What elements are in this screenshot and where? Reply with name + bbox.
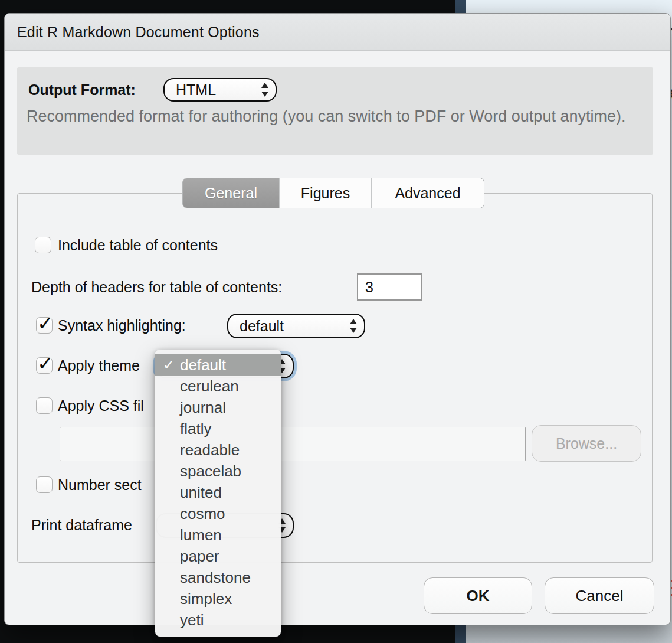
- number-sections-checkbox[interactable]: ✓: [36, 476, 53, 493]
- checkmark-icon: ✓: [37, 352, 54, 375]
- output-format-label: Output Format:: [28, 78, 136, 102]
- theme-menu-item-simplex[interactable]: simplex: [155, 588, 281, 609]
- theme-menu-item-label: paper: [180, 547, 219, 565]
- output-format-value: HTML: [176, 79, 216, 100]
- include-toc-checkbox[interactable]: ✓: [35, 237, 51, 253]
- syntax-highlighting-checkbox[interactable]: ✓: [36, 317, 53, 334]
- theme-menu-item-label: united: [180, 484, 222, 501]
- apply-css-checkbox[interactable]: ✓: [36, 397, 53, 414]
- theme-dropdown-menu: ✓defaultceruleanjournalflatlyreadablespa…: [155, 350, 281, 637]
- output-format-select[interactable]: HTML: [163, 78, 277, 102]
- ok-button[interactable]: OK: [424, 577, 532, 614]
- number-sections-label: Number sect: [58, 476, 142, 493]
- select-arrows-icon: [261, 83, 269, 97]
- syntax-highlighting-value: default: [240, 315, 284, 337]
- theme-menu-list: ✓defaultceruleanjournalflatlyreadablespa…: [155, 354, 281, 631]
- tab-advanced[interactable]: Advanced: [371, 178, 484, 208]
- theme-menu-item-cerulean[interactable]: cerulean: [155, 376, 281, 397]
- output-format-description: Recommended format for authoring (you ca…: [27, 106, 631, 126]
- tab-general[interactable]: General: [183, 178, 279, 208]
- theme-menu-item-label: yeti: [180, 611, 204, 629]
- edit-rmarkdown-options-dialog: Edit R Markdown Document Options Output …: [4, 13, 671, 625]
- theme-menu-item-label: lumen: [180, 526, 222, 544]
- dialog-title: Edit R Markdown Document Options: [17, 14, 260, 50]
- theme-menu-item-label: readable: [180, 441, 240, 459]
- theme-menu-item-united[interactable]: united: [155, 482, 281, 503]
- include-toc-label: Include table of contents: [58, 237, 218, 253]
- syntax-highlighting-select[interactable]: default: [227, 314, 365, 338]
- theme-menu-item-cosmo[interactable]: cosmo: [155, 503, 281, 524]
- theme-menu-item-label: journal: [180, 399, 226, 416]
- theme-menu-item-paper[interactable]: paper: [155, 546, 281, 567]
- theme-menu-item-label: cosmo: [180, 505, 225, 523]
- syntax-highlighting-label: Syntax highlighting:: [58, 317, 186, 334]
- theme-menu-item-label: spacelab: [180, 462, 241, 480]
- theme-menu-item-journal[interactable]: journal: [155, 397, 281, 418]
- theme-menu-item-default[interactable]: ✓default: [155, 354, 281, 376]
- apply-theme-label: Apply theme: [58, 357, 140, 374]
- select-arrows-icon: [350, 319, 358, 333]
- tab-figures[interactable]: Figures: [279, 178, 371, 208]
- cancel-button[interactable]: Cancel: [545, 577, 654, 614]
- options-tabbar: General Figures Advanced: [182, 178, 484, 208]
- print-dataframes-label: Print dataframe: [31, 517, 132, 533]
- theme-menu-item-lumen[interactable]: lumen: [155, 524, 281, 546]
- theme-menu-item-readable[interactable]: readable: [155, 439, 281, 461]
- theme-menu-item-label: flatly: [180, 420, 211, 438]
- css-file-path-input[interactable]: [60, 427, 526, 461]
- apply-css-label: Apply CSS fil: [58, 397, 144, 414]
- theme-menu-item-spacelab[interactable]: spacelab: [155, 461, 281, 482]
- theme-menu-item-flatly[interactable]: flatly: [155, 418, 281, 439]
- theme-menu-item-label: cerulean: [180, 377, 239, 395]
- apply-theme-checkbox[interactable]: ✓: [36, 357, 53, 374]
- dialog-titlebar: Edit R Markdown Document Options: [5, 14, 670, 51]
- browse-button[interactable]: Browse...: [532, 425, 641, 462]
- theme-menu-item-sandstone[interactable]: sandstone: [155, 567, 281, 588]
- theme-menu-item-yeti[interactable]: yeti: [155, 609, 281, 631]
- checkmark-icon: ✓: [37, 312, 54, 335]
- theme-menu-item-label: simplex: [180, 590, 232, 608]
- theme-menu-item-label: default: [180, 356, 226, 374]
- toc-depth-label: Depth of headers for table of contents:: [31, 279, 282, 295]
- theme-menu-item-label: sandstone: [180, 569, 251, 586]
- output-format-section: Output Format: HTML Recommended format f…: [17, 67, 653, 155]
- toc-depth-input[interactable]: [357, 273, 422, 301]
- checkmark-icon: ✓: [163, 354, 175, 376]
